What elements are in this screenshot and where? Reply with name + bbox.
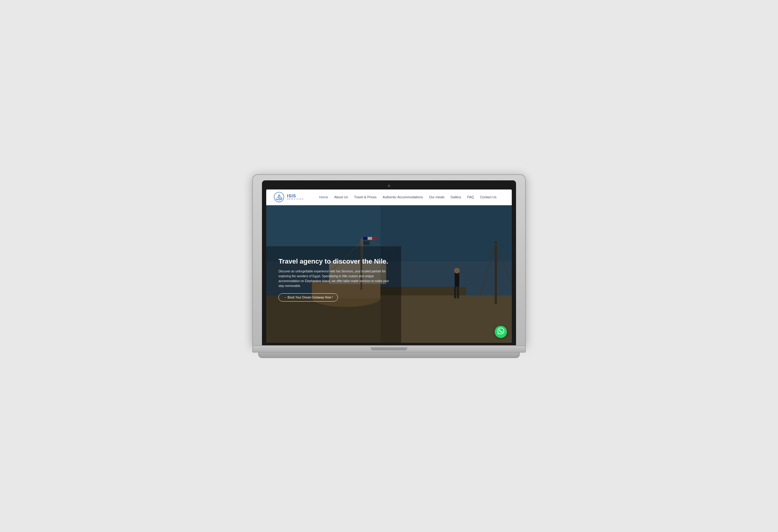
nav-link-travel[interactable]: Travel & Prices bbox=[351, 193, 380, 201]
nav-link-contact[interactable]: Contact Us bbox=[477, 193, 499, 201]
nav-link-gallery[interactable]: Gallery bbox=[448, 193, 464, 201]
laptop-container: ISIS SERVICES Home About Us bbox=[252, 174, 526, 358]
nav-item-travel[interactable]: Travel & Prices bbox=[351, 193, 380, 201]
screen-bezel: ISIS SERVICES Home About Us bbox=[262, 180, 516, 345]
nav-item-accommodations[interactable]: Authentic Accommodations bbox=[380, 193, 426, 201]
laptop-bottom bbox=[258, 353, 520, 358]
navbar: ISIS SERVICES Home About Us bbox=[266, 189, 512, 205]
nav-item-meals[interactable]: Our meals bbox=[426, 193, 448, 201]
nav-link-home[interactable]: Home bbox=[316, 193, 331, 201]
logo-icon bbox=[274, 192, 285, 202]
nav-links: Home About Us Travel & Prices Authentic … bbox=[316, 193, 504, 201]
logo-text: ISIS SERVICES bbox=[287, 194, 304, 200]
hero-content: Travel agency to discover the Nile. Disc… bbox=[279, 257, 389, 301]
nav-link-accommodations[interactable]: Authentic Accommodations bbox=[380, 193, 426, 201]
laptop-hinge bbox=[371, 347, 407, 350]
laptop-base bbox=[252, 346, 526, 353]
nav-item-gallery[interactable]: Gallery bbox=[448, 193, 464, 201]
logo-brand: ISIS bbox=[287, 194, 304, 198]
nav-link-faq[interactable]: FAQ bbox=[464, 193, 477, 201]
nav-link-meals[interactable]: Our meals bbox=[426, 193, 448, 201]
hero-section: Travel agency to discover the Nile. Disc… bbox=[266, 205, 512, 343]
whatsapp-button[interactable] bbox=[495, 326, 507, 338]
screen: ISIS SERVICES Home About Us bbox=[266, 189, 512, 343]
book-cta-button[interactable]: → Book Your Dream Getaway Now ! bbox=[279, 293, 338, 301]
webcam bbox=[388, 185, 390, 187]
nav-item-about[interactable]: About Us bbox=[331, 193, 351, 201]
nav-item-home[interactable]: Home bbox=[316, 193, 331, 201]
website: ISIS SERVICES Home About Us bbox=[266, 189, 512, 343]
whatsapp-icon bbox=[497, 328, 504, 336]
hero-title: Travel agency to discover the Nile. bbox=[279, 257, 389, 266]
nav-item-contact[interactable]: Contact Us bbox=[477, 193, 499, 201]
laptop-body: ISIS SERVICES Home About Us bbox=[252, 174, 526, 346]
logo-area[interactable]: ISIS SERVICES bbox=[274, 192, 304, 202]
logo-tagline: SERVICES bbox=[287, 198, 304, 200]
nav-link-about[interactable]: About Us bbox=[331, 193, 351, 201]
nav-item-faq[interactable]: FAQ bbox=[464, 193, 477, 201]
hero-description: Discover an unforgettable experience wit… bbox=[279, 269, 389, 288]
